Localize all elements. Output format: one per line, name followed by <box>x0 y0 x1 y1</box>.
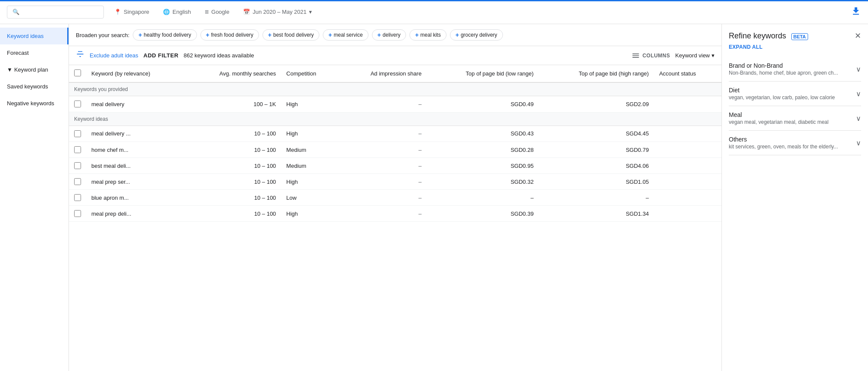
refine-section-text-brand: Brand or Non-BrandNon-Brands, home chef,… <box>729 62 838 76</box>
broaden-chip-0[interactable]: + healthy food delivery <box>133 29 197 41</box>
broaden-chip-label-0: healthy food delivery <box>144 32 191 38</box>
expand-all-button[interactable]: EXPAND ALL <box>729 44 861 50</box>
filter-bar: Exclude adult ideas ADD FILTER 862 keywo… <box>69 46 721 65</box>
keyword-cell: meal prep ser... <box>86 174 185 190</box>
refine-section-header-others[interactable]: Otherskit services, green, oven, meals f… <box>729 136 861 150</box>
exclude-adult-button[interactable]: Exclude adult ideas <box>90 52 138 59</box>
sidebar-item-forecast[interactable]: Forecast <box>0 44 69 61</box>
location-icon: 📍 <box>114 9 121 15</box>
calendar-icon: 📅 <box>243 9 250 15</box>
row-checkbox[interactable] <box>74 162 81 169</box>
col-header-avg-monthly[interactable]: Avg. monthly searches <box>185 65 281 82</box>
table-row: meal delivery ...10 – 100High–SGD0.43SGD… <box>69 126 721 142</box>
row-checkbox-cell <box>69 206 86 222</box>
ad-impression-cell: – <box>339 96 427 113</box>
bid-low-cell: SGD0.28 <box>427 142 539 158</box>
columns-label: COLUMNS <box>643 53 670 59</box>
bid-low-cell: SGD0.49 <box>427 96 539 113</box>
broaden-chip-label-4: delivery <box>383 32 400 38</box>
sidebar-item-keyword-plan[interactable]: ▼ Keyword plan <box>0 61 69 78</box>
col-header-top-bid-high[interactable]: Top of page bid (high range) <box>539 65 654 82</box>
refine-section-sub-diet: vegan, vegetarian, low carb, paleo, low … <box>729 94 835 101</box>
broaden-chip-label-5: meal kits <box>420 32 440 38</box>
search-icon: 🔍 <box>12 9 19 15</box>
select-all-checkbox[interactable] <box>74 69 81 76</box>
refine-section-title-brand: Brand or Non-Brand <box>729 62 838 69</box>
download-button[interactable] <box>851 6 861 18</box>
keyword-cell: home chef m... <box>86 142 185 158</box>
broaden-chip-1[interactable]: + fresh food delivery <box>200 29 259 41</box>
language-icon: 🌐 <box>163 9 170 15</box>
avg-monthly-cell: 10 – 100 <box>185 190 281 206</box>
row-checkbox[interactable] <box>74 194 81 201</box>
refine-section-meal: Mealvegan meal, vegetarian meal, diabeti… <box>729 106 861 131</box>
refine-section-header-brand[interactable]: Brand or Non-BrandNon-Brands, home chef,… <box>729 62 861 76</box>
refine-section-header-meal[interactable]: Mealvegan meal, vegetarian meal, diabeti… <box>729 111 861 125</box>
keyword-view-button[interactable]: Keyword view ▾ <box>675 52 715 59</box>
ad-impression-cell: – <box>339 206 427 222</box>
broaden-bar: Broaden your search: + healthy food deli… <box>69 24 721 46</box>
col-header-top-bid-low[interactable]: Top of page bid (low range) <box>427 65 539 82</box>
refine-section-title-meal: Meal <box>729 111 828 118</box>
col-header-checkbox <box>69 65 86 82</box>
keyword-cell: blue apron m... <box>86 190 185 206</box>
account-status-cell <box>654 174 721 190</box>
close-refine-button[interactable]: ✕ <box>855 31 861 41</box>
plus-icon-4: + <box>378 31 381 38</box>
refine-section-header-diet[interactable]: Dietvegan, vegetarian, low carb, paleo, … <box>729 87 861 101</box>
broaden-chip-4[interactable]: + delivery <box>372 29 406 41</box>
row-checkbox-cell <box>69 158 86 174</box>
refine-title-group: Refine keywords BETA <box>729 31 808 41</box>
ad-impression-cell: – <box>339 126 427 142</box>
refine-chevron-icon-meal: ∨ <box>856 114 861 123</box>
row-checkbox-cell <box>69 190 86 206</box>
col-header-ad-impression[interactable]: Ad impression share <box>339 65 427 82</box>
refine-section-sub-brand: Non-Brands, home chef, blue apron, green… <box>729 70 838 76</box>
plus-icon-0: + <box>138 31 142 38</box>
ad-impression-cell: – <box>339 142 427 158</box>
date-range-label: Jun 2020 – May 2021 <box>253 9 306 15</box>
col-header-competition[interactable]: Competition <box>281 65 339 82</box>
competition-cell: High <box>281 174 339 190</box>
refine-section-title-diet: Diet <box>729 87 835 94</box>
refine-chevron-icon-brand: ∨ <box>856 65 861 73</box>
add-filter-button[interactable]: ADD FILTER <box>144 52 178 59</box>
refine-section-diet: Dietvegan, vegetarian, low carb, paleo, … <box>729 82 861 106</box>
location-filter[interactable]: 📍 Singapore <box>111 7 153 17</box>
row-checkbox-cell <box>69 142 86 158</box>
row-checkbox-cell <box>69 96 86 112</box>
broaden-chip-2[interactable]: + best food delivery <box>262 29 319 41</box>
col-header-keyword[interactable]: Keyword (by relevance) <box>86 65 185 82</box>
broaden-chip-label-6: grocery delivery <box>461 32 497 38</box>
sidebar-item-saved-keywords[interactable]: Saved keywords <box>0 78 69 95</box>
refine-chevron-icon-diet: ∨ <box>856 90 861 98</box>
row-checkbox[interactable] <box>74 210 81 217</box>
sidebar-item-negative-keywords[interactable]: Negative keywords <box>0 95 69 112</box>
account-status-cell <box>654 142 721 158</box>
engine-filter[interactable]: ≡ Google <box>201 6 233 18</box>
broaden-chip-5[interactable]: + meal kits <box>409 29 446 41</box>
columns-button[interactable]: COLUMNS <box>631 51 670 60</box>
sidebar-item-keyword-ideas[interactable]: Keyword ideas <box>0 28 69 44</box>
engine-icon: ≡ <box>205 8 209 16</box>
broaden-label: Broaden your search: <box>76 32 129 38</box>
row-checkbox-cell <box>69 174 86 190</box>
row-checkbox[interactable] <box>74 146 81 153</box>
row-checkbox[interactable] <box>74 101 81 107</box>
row-checkbox[interactable] <box>74 130 81 137</box>
date-filter[interactable]: 📅 Jun 2020 – May 2021 ▾ <box>240 7 315 17</box>
refine-sections: Brand or Non-BrandNon-Brands, home chef,… <box>729 57 861 155</box>
search-input[interactable]: meal delivery <box>23 9 98 16</box>
plus-icon-5: + <box>415 31 418 38</box>
row-checkbox[interactable] <box>74 178 81 185</box>
refine-section-others: Otherskit services, green, oven, meals f… <box>729 131 861 155</box>
search-box[interactable]: 🔍 meal delivery <box>7 6 104 19</box>
table-section-header: Keywords you provided <box>69 82 721 96</box>
refine-header: Refine keywords BETA ✕ <box>729 31 861 41</box>
broaden-chip-6[interactable]: + grocery delivery <box>450 29 503 41</box>
avg-monthly-cell: 10 – 100 <box>185 126 281 142</box>
keyword-cell: best meal deli... <box>86 158 185 174</box>
language-filter[interactable]: 🌐 English <box>159 7 194 17</box>
broaden-chip-3[interactable]: + meal service <box>323 29 368 41</box>
refine-section-text-others: Otherskit services, green, oven, meals f… <box>729 136 838 150</box>
